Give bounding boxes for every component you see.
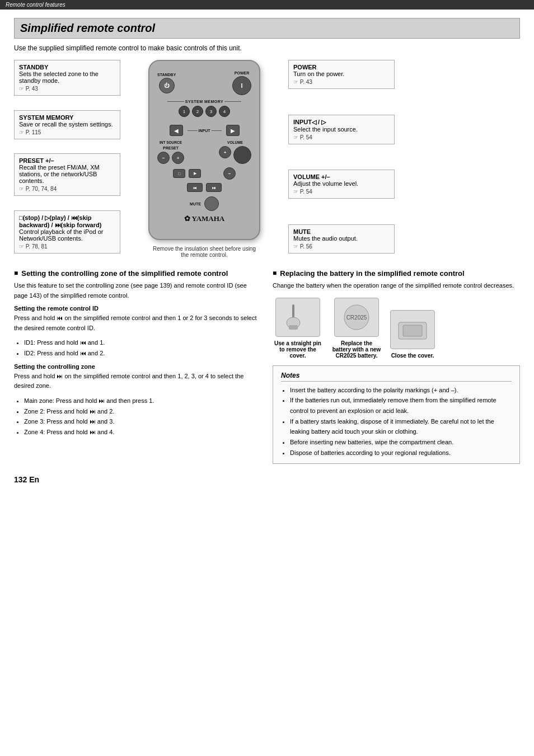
volume-btns: + [219,146,251,164]
diagram-area: STANDBY Sets the selected zone to the st… [14,60,520,258]
volume-ref: ☞ P. 54 [293,189,390,195]
battery-body: Change the battery when the operation ra… [273,281,520,291]
intro-text: Use the supplied simplified remote contr… [14,44,520,52]
battery-svg: CR2025 [337,302,376,332]
battery-pic-2: CR2025 [334,298,379,337]
label-playback: □(stop) / ▷(play) / ⏮(skip backward) / ⏭… [14,210,120,253]
input-ref: ☞ P. 54 [293,134,390,140]
page-content: Simplified remote control Use the suppli… [0,10,534,492]
battery-images: Use a straight pin to remove the cover. … [273,298,520,359]
playback-title: □(stop) / ▷(play) / ⏮(skip backward) / ⏭… [19,214,101,228]
input-left-btn[interactable]: ◀ [170,125,183,136]
preset-volume-area: INT SOURCE PRESET − + VOLUME + [157,140,251,164]
insulation-note: Remove the insulation sheet before using… [148,246,260,258]
input-right-btn[interactable]: ▶ [226,125,240,136]
remote-power-label: POWER [235,71,249,75]
playback-desc: Control playback of the iPod or Network/… [19,228,103,242]
system-memory-desc: Save or recall the system settings. [19,121,113,128]
standby-title: STANDBY [19,64,48,71]
mute-btn[interactable] [204,196,219,211]
list-item: Main zone: Press and hold ⏭ and then pre… [24,396,261,406]
notes-list: Insert the battery according to the pola… [290,385,512,458]
controlling-zone-heading: Setting the controlling zone [14,363,261,370]
standby-button[interactable]: ⏻ [159,78,175,93]
right-labels: POWER Turn on the power. ☞ P. 43 INPUT◁ … [283,60,395,258]
system-memory-ref: ☞ P. 115 [19,129,115,135]
system-memory-title: SYSTEM MEMORY [19,114,73,121]
preset-minus-btn[interactable]: − [157,152,170,164]
list-item: Zone 3: Press and hold ⏭ and 3. [24,416,261,427]
svg-rect-6 [403,325,422,336]
label-system-memory: SYSTEM MEMORY Save or recall the system … [14,110,120,139]
input-row: ◀ INPUT ▶ [157,125,251,136]
stop-btn[interactable]: □ [173,169,185,178]
skip-forward-btn[interactable]: ⏭ [206,183,222,192]
playback-ref: ☞ P. 78, 81 [19,243,115,250]
int-source-label: INT SOURCE [160,140,182,144]
remote-id-heading: Setting the remote control ID [14,305,261,312]
remote-id-list: ID1: Press and hold ⏮ and 1. ID2: Press … [24,337,261,358]
preset-desc: Recall the preset FM/AM, XM stations, or… [19,164,100,184]
memory-btn-2[interactable]: 2 [192,106,203,117]
power-ref: ☞ P. 43 [293,79,390,85]
input-center-label: INPUT [199,129,210,133]
main-body: Setting the controlling zone of the simp… [14,269,520,464]
label-preset: PRESET +/– Recall the preset FM/AM, XM s… [14,153,120,196]
skip-row: ⏮ ⏭ [157,183,251,192]
volume-plus-btn[interactable]: + [219,146,231,158]
preset-btns: − + [157,152,184,164]
yamaha-logo: ✿ YAMAHA [157,214,251,223]
battery-caption-1: Use a straight pin to remove the cover. [273,340,323,359]
power-desc: Turn on the power. [293,71,344,77]
volume-minus-btn[interactable]: − [223,167,236,180]
section-title: Simplified remote control [14,18,520,39]
volume-col: VOLUME + [219,140,251,164]
remote-standby-label: STANDBY [157,73,176,77]
preset-col: INT SOURCE PRESET − + [157,140,184,164]
memory-btn-4[interactable]: 4 [219,106,230,117]
preset-title: PRESET +/– [19,157,54,164]
top-bar-text: Remote control features [6,2,65,8]
preset-ref: ☞ P. 70, 74, 84 [19,186,115,192]
page-number: 132 En [14,475,520,484]
mute-label: MUTE [190,202,201,206]
volume-label: VOLUME [227,140,243,144]
battery-title: Replacing the battery in the simplified … [273,269,520,278]
cover-svg [393,314,432,345]
memory-btn-3[interactable]: 3 [205,106,217,117]
standby-ref: ☞ P. 43 [19,86,115,92]
volume-large-btn[interactable] [233,146,251,164]
label-power: POWER Turn on the power. ☞ P. 43 [288,60,395,89]
list-item: ID2: Press and hold ⏮ and 2. [24,348,261,359]
top-bar: Remote control features [0,0,534,10]
stop-play-row: □ ▶ − [157,167,251,180]
mute-title: MUTE [293,228,311,235]
input-title: INPUT◁ / ▷ [293,119,326,125]
play-btn[interactable]: ▶ [189,169,201,178]
skip-backward-btn[interactable]: ⏮ [187,183,203,192]
list-item: Zone 4: Press and hold ⏭ and 4. [24,427,261,438]
preset-plus-btn[interactable]: + [172,152,184,164]
remote-body: STANDBY ⏻ POWER I SYSTEM MEMORY [148,60,260,240]
label-standby: STANDBY Sets the selected zone to the st… [14,60,120,96]
note-item: If the batteries run out, immediately re… [290,395,512,416]
power-button[interactable]: I [232,76,251,95]
battery-caption-2: Replace the battery with a new CR2025 ba… [331,340,382,359]
battery-pic-3 [390,310,435,349]
label-volume: VOLUME +/– Adjust the volume level. ☞ P.… [288,170,395,199]
mute-row: MUTE [157,196,251,211]
list-item: ID1: Press and hold ⏮ and 1. [24,337,261,348]
remote-system-memory-label: SYSTEM MEMORY [185,100,223,104]
controlling-zone-list: Main zone: Press and hold ⏭ and then pre… [24,396,261,438]
input-desc: Select the input source. [293,126,358,133]
preset-col-label: PRESET [163,146,179,150]
note-item: Before inserting new batteries, wipe the… [290,437,512,448]
battery-img-2: CR2025 Replace the battery with a new CR… [331,298,382,359]
memory-buttons-row: 1 2 3 4 [179,106,230,117]
remote-center: STANDBY ⏻ POWER I SYSTEM MEMORY [126,60,283,258]
memory-btn-1[interactable]: 1 [179,106,190,117]
svg-text:CR2025: CR2025 [346,314,367,321]
notes-title: Notes [281,372,512,382]
standby-desc: Sets the selected zone to the standby mo… [19,71,99,84]
note-item: Insert the battery according to the pola… [290,385,512,396]
